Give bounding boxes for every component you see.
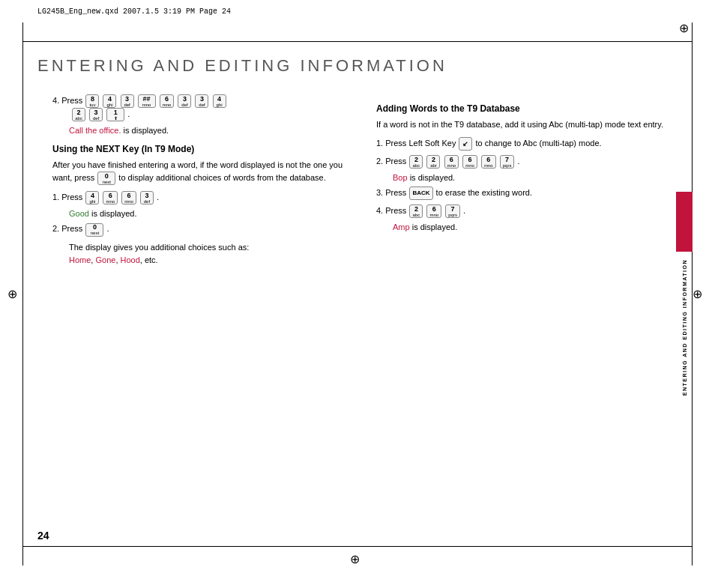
key-7pqrs-r1: 7pqrs: [500, 155, 515, 169]
choice-gone: Gone: [95, 255, 115, 264]
next-step1-label: 1. Press: [52, 193, 85, 201]
add-step1-text2: to change to Abc (multi-tap) mode.: [476, 139, 602, 148]
reg-mark-left-center: [7, 287, 22, 302]
step4-display-text: Call the office.: [69, 126, 121, 135]
page-title: ENTERING AND EDITING INFORMATION: [37, 56, 670, 76]
step4-display: Call the office. is displayed.: [69, 126, 346, 135]
add-step2-display-suffix: is displayed.: [410, 173, 456, 182]
key-3def-3: 3def: [195, 94, 208, 108]
step4-item: 4. Press 8tuv 4ghi 3def ##mno 6mno 3def …: [52, 94, 346, 121]
key-6mno-r1: 6mno: [444, 155, 459, 169]
key-7pqrs-r4: 7pqrs: [445, 204, 460, 218]
key-6mno-1: 6mno: [160, 94, 175, 108]
key-6mno-s1: 6mno: [103, 191, 118, 204]
add-step4-period: .: [463, 206, 465, 215]
add-step4: 4. Press 2abc 6mno 7pqrs .: [376, 204, 670, 218]
key-3def-s1: 3def: [140, 191, 154, 204]
sidebar-tab-label: ENTERING AND EDITING INFORMATION: [682, 259, 687, 395]
key-2abr-r1: 2abr: [426, 155, 440, 169]
border-bottom: [22, 546, 693, 547]
next-step1-display: Good is displayed.: [69, 209, 346, 218]
step4-display-suffix: is displayed.: [124, 126, 169, 135]
next-step2-choices: Home, Gone, Hood, etc.: [69, 254, 346, 267]
two-column-layout: 4. Press 8tuv 4ghi 3def ##mno 6mno 3def …: [37, 94, 670, 267]
next-step2-body: The display gives you additional choices…: [69, 241, 346, 254]
key-4ghi-s1: 4ghi: [85, 191, 99, 204]
step4-period: .: [127, 109, 130, 118]
key-2abc-r4: 2abc: [409, 204, 423, 218]
sidebar-tab-red-block: [676, 192, 693, 252]
border-top: [22, 41, 693, 42]
key-3def-1: 3def: [121, 94, 134, 108]
add-step3-text: to erase the existing word.: [436, 188, 532, 197]
key-8tuv: 8tuv: [85, 94, 99, 108]
adding-words-body: If a word is not in the T9 database, add…: [376, 118, 670, 131]
add-step4-display: Amp is displayed.: [393, 222, 670, 231]
key-3def-2: 3def: [178, 94, 191, 108]
add-step2-display-text: Bop: [393, 173, 408, 182]
next-step1-period: .: [157, 193, 159, 201]
add-step2-label: 2. Press: [376, 157, 408, 166]
add-step4-label: 4. Press: [376, 206, 408, 215]
key-3def-4: 3def: [89, 108, 103, 121]
next-step1: 1. Press 4ghi 6mno 6mno 3def .: [52, 191, 346, 204]
key-4ghi-2: 4ghi: [213, 94, 226, 108]
key-0next-inline: 0next: [97, 172, 115, 185]
key-1-up: 1⬆: [106, 108, 124, 121]
main-content: ENTERING AND EDITING INFORMATION 4. Pres…: [37, 49, 670, 539]
key-0next-s2: 0next: [85, 223, 103, 237]
next-step2: 2. Press 0next .: [52, 222, 346, 236]
add-step3-label: 3. Press: [376, 188, 408, 197]
next-step1-display-suffix: is displayed.: [91, 209, 137, 218]
left-column: 4. Press 8tuv 4ghi 3def ##mno 6mno 3def …: [37, 94, 346, 267]
file-header: LG245B_Eng_new.qxd 2007.1.5 3:19 PM Page…: [37, 7, 231, 16]
sidebar-tab: ENTERING AND EDITING INFORMATION: [676, 112, 693, 476]
key-hash-mno: ##mno: [138, 94, 156, 108]
right-column: Adding Words to the T9 Database If a wor…: [369, 94, 670, 267]
key-back: BACK: [409, 187, 432, 200]
key-2abc-r1: 2abc: [409, 155, 423, 169]
add-step1: 1. Press Left Soft Key ↙ to change to Ab…: [376, 137, 670, 151]
border-left: [22, 22, 23, 566]
key-6mno-r4: 6mno: [426, 204, 441, 218]
key-2abc-1: 2abc: [72, 108, 85, 121]
key-6mno-r2: 6mno: [462, 155, 477, 169]
next-key-section-title: Using the NEXT Key (In T9 Mode): [52, 144, 346, 154]
next-step2-label: 2. Press: [52, 224, 85, 233]
step4-label: 4.: [52, 96, 61, 105]
add-step2-period: .: [517, 157, 519, 166]
add-step3: 3. Press BACK to erase the existing word…: [376, 187, 670, 200]
add-step4-display-suffix: is displayed.: [412, 222, 458, 231]
choice-home: Home: [69, 255, 91, 264]
adding-words-title: Adding Words to the T9 Database: [376, 103, 670, 114]
next-key-body: After you have finished entering a word,…: [52, 159, 346, 185]
key-6mno-s1b: 6mno: [121, 191, 136, 204]
key-left-soft: ↙: [459, 137, 472, 151]
add-step2-display: Bop is displayed.: [393, 173, 670, 182]
next-step2-period: .: [106, 224, 109, 233]
key-6mno-r3: 6mno: [481, 155, 496, 169]
reg-mark-top-right: [679, 21, 694, 36]
reg-mark-bottom-center: [350, 552, 365, 567]
step4-press-label: Press: [61, 96, 85, 105]
reg-mark-right-center: [693, 287, 708, 302]
add-step1-label: 1. Press Left Soft Key: [376, 139, 458, 148]
add-step4-display-text: Amp: [393, 222, 410, 231]
choice-etc: , etc.: [140, 255, 158, 264]
add-step2: 2. Press 2abc 2abr 6mno 6mno 6mno 7pqrs …: [376, 155, 670, 169]
choice-hood: Hood: [121, 255, 140, 264]
next-step1-display-text: Good: [69, 209, 89, 218]
key-4ghi-1: 4ghi: [103, 94, 116, 108]
